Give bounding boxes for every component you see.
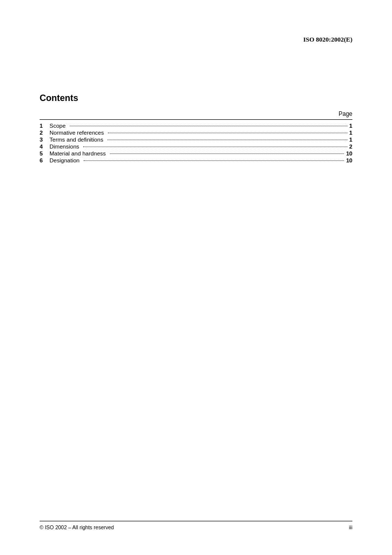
toc-title: Material and hardness — [49, 151, 106, 156]
toc-dots — [110, 153, 344, 154]
toc-number: 3 — [40, 137, 49, 143]
toc-number: 5 — [40, 151, 49, 156]
toc-page: 10 — [346, 157, 352, 163]
toc-dots — [70, 126, 347, 126]
toc-title: Designation — [49, 157, 80, 163]
toc-dots — [83, 147, 347, 147]
toc-page: 10 — [346, 151, 352, 156]
page-column-label: Page — [339, 110, 352, 117]
page-header: ISO 8020:2002(E) — [40, 36, 352, 44]
document-title: ISO 8020:2002(E) — [303, 36, 352, 44]
toc-dots — [107, 140, 347, 140]
toc-page: 1 — [349, 123, 352, 129]
toc-page: 1 — [349, 137, 352, 143]
toc-page: 1 — [349, 130, 352, 136]
toc-entry: 1 Scope 1 — [40, 123, 352, 129]
document-page: ISO 8020:2002(E) Contents Page 1 Scope 1… — [0, 0, 392, 555]
toc-title: Dimensions — [49, 144, 79, 150]
contents-section: Contents Page 1 Scope 1 2 Normative refe… — [40, 93, 352, 163]
toc-entry: 5 Material and hardness 10 — [40, 151, 352, 156]
toc-dots — [108, 133, 347, 133]
toc-number: 2 — [40, 130, 49, 136]
toc-list: 1 Scope 1 2 Normative references 1 3 Ter… — [40, 123, 352, 163]
toc-page: 2 — [349, 144, 352, 150]
page-footer: © ISO 2002 – All rights reserved iii — [40, 521, 352, 530]
toc-title: Terms and definitions — [49, 137, 103, 143]
toc-entry: 6 Designation 10 — [40, 157, 352, 163]
footer-copyright: © ISO 2002 – All rights reserved — [40, 524, 114, 530]
toc-entry: 3 Terms and definitions 1 — [40, 137, 352, 143]
contents-heading: Contents — [40, 93, 352, 103]
toc-number: 1 — [40, 123, 49, 129]
toc-entry: 2 Normative references 1 — [40, 130, 352, 136]
toc-title: Scope — [49, 123, 66, 129]
toc-number: 4 — [40, 144, 49, 150]
contents-header-row: Page — [40, 110, 352, 120]
footer-page-number: iii — [349, 524, 352, 530]
toc-number: 6 — [40, 157, 49, 163]
toc-title: Normative references — [49, 130, 104, 136]
toc-dots — [84, 160, 344, 161]
toc-entry: 4 Dimensions 2 — [40, 144, 352, 150]
